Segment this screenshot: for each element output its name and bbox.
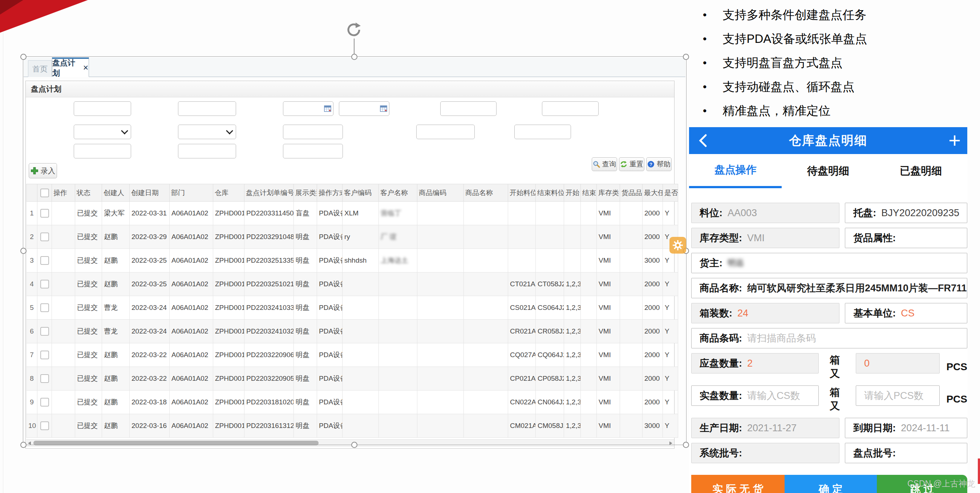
column-header[interactable]: 货品品 bbox=[620, 184, 643, 202]
column-header[interactable]: 创建日期 bbox=[130, 184, 170, 202]
table-cell bbox=[581, 225, 597, 249]
table-cell bbox=[342, 414, 379, 438]
row-checkbox[interactable] bbox=[40, 209, 49, 218]
column-header[interactable]: 展示类型 bbox=[294, 184, 317, 202]
filter-input[interactable] bbox=[178, 101, 236, 116]
table-cell: CR058J2 bbox=[536, 320, 564, 344]
rotate-handle-icon[interactable] bbox=[344, 20, 363, 39]
resize-handle-top-center[interactable] bbox=[351, 54, 358, 60]
table-cell: CM058J2 bbox=[536, 414, 564, 438]
select-all-checkbox[interactable] bbox=[40, 189, 49, 197]
column-header[interactable]: 盘点计划单编号 bbox=[245, 184, 294, 202]
reset-button[interactable]: 重置 bbox=[619, 157, 644, 171]
scroll-right-arrow-icon[interactable] bbox=[670, 441, 672, 445]
table-cell bbox=[464, 296, 508, 320]
bullet-icon: • bbox=[703, 105, 707, 117]
actual-quantity-input[interactable]: 实盘数量:请输入CS数 bbox=[691, 385, 819, 406]
horizontal-scrollbar[interactable] bbox=[26, 439, 674, 447]
column-header[interactable]: 操作 bbox=[52, 184, 75, 202]
column-header[interactable]: 开始料位 bbox=[508, 184, 536, 202]
column-header[interactable]: 开始 bbox=[564, 184, 581, 202]
mobile-tab-count-operation[interactable]: 盘点操作 bbox=[689, 154, 782, 188]
mobile-tab-pending-detail[interactable]: 待盘明细 bbox=[782, 154, 874, 188]
filter-input[interactable] bbox=[440, 101, 496, 116]
confirm-button[interactable]: 确 定 bbox=[784, 475, 877, 493]
barcode-input[interactable]: 商品条码:请扫描商品条码 bbox=[691, 328, 967, 348]
resize-handle-bottom-center[interactable] bbox=[351, 442, 358, 448]
browser-tab-bar: 首页 盘点计划 ✕ bbox=[24, 57, 686, 77]
filter-input[interactable] bbox=[542, 101, 598, 116]
case-quantity-field: 箱装数:24 bbox=[691, 303, 839, 323]
table-cell: 赵鹏 bbox=[102, 367, 130, 391]
column-header[interactable]: 最大任 bbox=[643, 184, 663, 202]
filter-input[interactable] bbox=[74, 144, 131, 158]
table-cell bbox=[620, 320, 643, 344]
resize-handle-top-right[interactable] bbox=[683, 54, 689, 60]
resize-handle-bottom-left[interactable] bbox=[20, 442, 27, 448]
date-input-to[interactable] bbox=[339, 101, 390, 116]
column-header[interactable]: 结束 bbox=[581, 184, 597, 202]
production-date-field: 生产日期:2021-11-27 bbox=[691, 418, 839, 438]
scrollbar-thumb[interactable] bbox=[33, 441, 318, 445]
resize-handle-bottom-right[interactable] bbox=[683, 442, 689, 448]
row-checkbox[interactable] bbox=[40, 256, 49, 265]
search-button[interactable]: 查询 bbox=[592, 157, 617, 171]
filter-input[interactable] bbox=[283, 144, 343, 158]
row-checkbox[interactable] bbox=[40, 327, 49, 336]
column-header[interactable]: 结束料位 bbox=[536, 184, 564, 202]
row-checkbox[interactable] bbox=[40, 351, 49, 359]
table-cell bbox=[417, 414, 464, 438]
date-input-from[interactable] bbox=[283, 101, 333, 116]
table-cell: A06A01A02 bbox=[170, 344, 213, 367]
add-icon[interactable]: + bbox=[948, 129, 961, 151]
column-header[interactable]: 商品编码 bbox=[417, 184, 464, 202]
column-header[interactable]: 操作方式 bbox=[317, 184, 342, 202]
help-button[interactable]: ? 帮助 bbox=[646, 157, 671, 171]
resize-handle-top-left[interactable] bbox=[20, 54, 27, 60]
table-cell bbox=[464, 320, 508, 344]
mobile-tab-counted-detail[interactable]: 已盘明细 bbox=[875, 154, 967, 188]
back-icon[interactable] bbox=[696, 134, 711, 148]
column-header[interactable]: 客户名称 bbox=[379, 184, 417, 202]
column-header[interactable]: 部门 bbox=[170, 184, 213, 202]
column-header[interactable]: 客户编码 bbox=[342, 184, 379, 202]
no-stock-button[interactable]: 实 际 无 货 bbox=[691, 475, 784, 493]
filter-input[interactable] bbox=[514, 125, 571, 139]
table-cell: CT058J2 bbox=[536, 272, 564, 296]
table-cell: VMI bbox=[597, 296, 620, 320]
tab-home[interactable]: 首页 bbox=[28, 60, 52, 77]
column-header[interactable]: 是否显 bbox=[663, 184, 678, 202]
row-checkbox[interactable] bbox=[40, 421, 49, 430]
filter-input[interactable] bbox=[283, 125, 343, 139]
tab-inventory-plan[interactable]: 盘点计划 ✕ bbox=[52, 57, 89, 77]
resize-handle-mid-left[interactable] bbox=[20, 248, 27, 254]
add-record-button[interactable]: 录入 bbox=[29, 163, 57, 178]
filter-select[interactable] bbox=[74, 125, 131, 139]
filter-input[interactable] bbox=[74, 101, 131, 116]
filter-input[interactable] bbox=[178, 144, 236, 158]
column-header[interactable]: 仓库 bbox=[213, 184, 245, 202]
column-header[interactable]: 商品名称 bbox=[464, 184, 508, 202]
table-cell bbox=[379, 414, 417, 438]
table-cell: 2022-03-18 bbox=[130, 391, 170, 414]
inventory-plan-panel: 盘点计划 录入 查询 重置 ? 帮助 操作状态创建人创建日期部门仓库盘点计划单编… bbox=[25, 81, 675, 448]
table-cell bbox=[464, 367, 508, 391]
row-checkbox[interactable] bbox=[40, 303, 49, 312]
row-checkbox[interactable] bbox=[40, 374, 49, 383]
table-cell: PD220325102148888 bbox=[245, 272, 294, 296]
column-header[interactable]: 状态 bbox=[75, 184, 102, 202]
checkbox-cell bbox=[37, 249, 52, 272]
filter-input[interactable] bbox=[416, 125, 475, 139]
column-header[interactable]: 创建人 bbox=[102, 184, 130, 202]
table-cell: 已提交 bbox=[75, 367, 102, 391]
filter-select[interactable] bbox=[178, 125, 236, 139]
row-checkbox[interactable] bbox=[40, 398, 49, 407]
scroll-left-arrow-icon[interactable] bbox=[28, 441, 31, 445]
close-icon[interactable]: ✕ bbox=[83, 64, 89, 72]
table-cell: PD220318102000316 bbox=[245, 391, 294, 414]
row-checkbox[interactable] bbox=[40, 280, 49, 288]
row-checkbox[interactable] bbox=[40, 232, 49, 241]
column-header[interactable]: 库存类 bbox=[597, 184, 620, 202]
actual-pcs-input[interactable]: 请输入PCS数 bbox=[856, 385, 940, 406]
settings-button[interactable] bbox=[670, 237, 686, 254]
